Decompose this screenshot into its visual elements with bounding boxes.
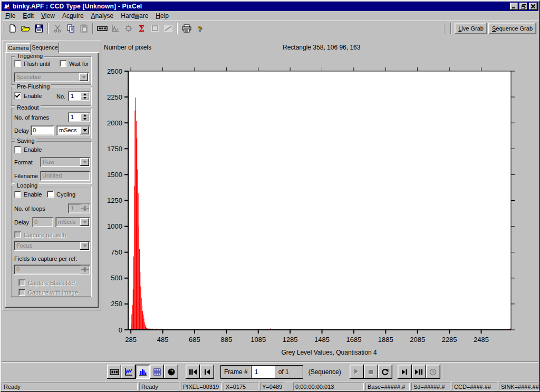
minimize-button[interactable] xyxy=(510,3,518,10)
stop-button[interactable] xyxy=(364,365,378,379)
view-profile-button[interactable] xyxy=(121,365,136,379)
view-table-button[interactable] xyxy=(150,365,164,379)
capture-ref-checkbox[interactable] xyxy=(14,231,21,238)
filename-input[interactable]: Untitled xyxy=(40,171,90,181)
with-image-checkbox[interactable] xyxy=(18,289,25,296)
rectangle-select-button[interactable] xyxy=(149,23,161,34)
menu-analyse[interactable]: Analyse xyxy=(88,11,118,21)
close-button[interactable] xyxy=(529,3,537,10)
go-last-frame-button[interactable] xyxy=(412,365,426,379)
previous-frame-button[interactable] xyxy=(200,365,214,379)
preflush-count-spinner[interactable]: 1 xyxy=(68,91,90,101)
arrow-down-icon xyxy=(83,97,86,99)
loops-spinner[interactable]: 1 xyxy=(68,203,90,213)
menu-help[interactable]: Help xyxy=(152,11,172,21)
go-first-frame-button[interactable] xyxy=(186,365,200,379)
copy-button[interactable] xyxy=(64,23,76,34)
capture-ref-combobox[interactable]: Focus xyxy=(14,241,90,251)
trigger-key-dropdown-button[interactable] xyxy=(79,73,88,81)
restore-button[interactable] xyxy=(519,3,528,10)
menu-acquire[interactable]: Acquire xyxy=(59,11,88,21)
format-dropdown-button[interactable] xyxy=(80,158,89,166)
mode-label: (Sequence) xyxy=(308,368,341,376)
capture-ref-dropdown-button[interactable] xyxy=(80,242,89,250)
transport-bar: Frame # 1 of 1 (Sequence) xyxy=(2,361,538,381)
black-ref-checkbox[interactable] xyxy=(18,279,25,286)
spin-down-button[interactable] xyxy=(81,117,89,122)
svg-text:2250: 2250 xyxy=(107,93,122,101)
looping-units-combobox[interactable]: mSecs xyxy=(55,217,90,227)
help-icon: ? xyxy=(197,24,202,33)
graph-button[interactable] xyxy=(109,23,121,34)
tab-sequence[interactable]: Sequence xyxy=(31,42,59,53)
readout-units-combobox[interactable]: mSecs xyxy=(56,125,90,135)
sum-sigma-button[interactable]: Σ xyxy=(136,23,148,34)
line-profile-button[interactable] xyxy=(162,23,174,34)
spin-down-button[interactable] xyxy=(81,270,89,274)
print-button[interactable] xyxy=(180,23,192,34)
menu-edit[interactable]: Edit xyxy=(19,11,37,21)
view-frames-button[interactable] xyxy=(107,365,121,379)
svg-text:500: 500 xyxy=(111,274,122,282)
looping-delay-input[interactable]: 0 xyxy=(32,217,53,227)
spin-up-button[interactable] xyxy=(81,204,89,209)
menu-hardware[interactable]: Hardware xyxy=(117,11,152,21)
looping-units-dropdown-button[interactable] xyxy=(80,218,89,226)
frames-spinner[interactable]: 1 xyxy=(68,112,90,122)
looping-enable-checkbox[interactable] xyxy=(14,191,21,198)
readout-units-dropdown-button[interactable] xyxy=(80,126,89,134)
timer-button[interactable] xyxy=(426,365,440,379)
spin-down-button[interactable] xyxy=(81,209,89,213)
svg-text:1500: 1500 xyxy=(107,171,122,179)
view-histogram-button[interactable] xyxy=(136,365,150,379)
process-button[interactable] xyxy=(122,23,134,34)
chevron-down-icon xyxy=(82,76,86,79)
tab-camera[interactable]: Camera xyxy=(6,43,31,53)
arrow-up-icon xyxy=(83,93,86,95)
open-file-button[interactable] xyxy=(20,23,32,34)
frame-number-input[interactable]: 1 xyxy=(251,366,275,378)
trigger-key-combobox[interactable]: Spacebar xyxy=(14,72,89,82)
menu-view[interactable]: View xyxy=(37,11,59,21)
paste-button[interactable] xyxy=(78,23,90,34)
toolbar-grip[interactable] xyxy=(3,23,4,34)
view-3d-button[interactable] xyxy=(164,365,178,379)
format-combobox[interactable]: Raw xyxy=(40,157,90,167)
svg-text:685: 685 xyxy=(189,336,200,344)
spin-up-button[interactable] xyxy=(81,266,89,270)
wait-for-checkbox[interactable] xyxy=(60,60,66,67)
svg-text:1485: 1485 xyxy=(314,336,330,344)
next-frame-button[interactable] xyxy=(398,365,412,379)
fields-label: Fields to capture per ref. xyxy=(14,256,77,262)
svg-text:2085: 2085 xyxy=(410,336,425,344)
readout-delay-input[interactable]: 0 xyxy=(31,125,54,135)
preflush-enable-checkbox[interactable] xyxy=(14,92,21,99)
sequence-grab-button[interactable]: Sequence Grab xyxy=(488,23,536,34)
title-bar: binky.APF : CCD Type [Unknown] - PixCel xyxy=(2,2,538,11)
copy-icon xyxy=(66,24,75,33)
cut-button[interactable] xyxy=(51,23,63,34)
svg-text:250: 250 xyxy=(111,300,122,308)
svg-text:1085: 1085 xyxy=(250,336,266,344)
help-button[interactable]: ? xyxy=(194,23,206,34)
status-ccd: CCD=####.## xyxy=(452,383,497,390)
play-button[interactable] xyxy=(350,365,364,379)
fields-spinner[interactable]: 0 xyxy=(14,264,90,275)
svg-text:1750: 1750 xyxy=(107,145,122,153)
spin-up-button[interactable] xyxy=(81,92,89,96)
spin-up-button[interactable] xyxy=(81,113,89,117)
cycling-checkbox[interactable] xyxy=(47,191,54,198)
window-title: binky.APF : CCD Type [Unknown] - PixCel xyxy=(13,3,142,10)
live-grab-button[interactable]: Live Grab xyxy=(455,23,487,34)
new-document-button[interactable] xyxy=(6,23,18,34)
saving-enable-checkbox[interactable] xyxy=(14,146,21,153)
black-ref-label: Capture Black Ref xyxy=(28,280,75,286)
loop-button[interactable] xyxy=(378,365,392,379)
save-file-button[interactable] xyxy=(33,23,45,34)
wait-for-label: Wait for xyxy=(69,61,89,67)
flush-until-checkbox[interactable] xyxy=(14,60,21,67)
loops-label: No. of loops xyxy=(14,205,45,212)
spin-down-button[interactable] xyxy=(81,96,89,101)
sequence-frames-button[interactable] xyxy=(96,23,108,34)
menu-file[interactable]: File xyxy=(2,11,19,21)
